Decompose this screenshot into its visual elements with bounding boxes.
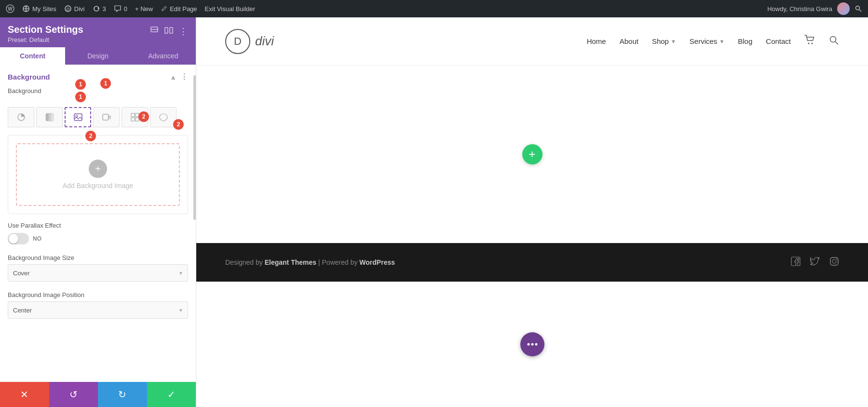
tab-content[interactable]: Content	[0, 47, 65, 65]
divi-icon: D	[64, 5, 72, 13]
bg-type-image-btn[interactable]	[65, 107, 91, 127]
footer-facebook-icon[interactable]	[791, 257, 800, 269]
sync-icon	[93, 5, 100, 13]
svg-rect-18	[131, 113, 135, 117]
svg-rect-10	[165, 27, 168, 33]
nav-item-services[interactable]: Services ▼	[690, 37, 724, 45]
sidebar-preset[interactable]: Preset: Default	[8, 36, 83, 43]
bg-type-gradient-btn[interactable]	[36, 107, 63, 127]
footer-instagram-icon[interactable]	[829, 257, 839, 269]
background-section-icons: ▲ ⋮	[170, 72, 188, 81]
shop-chevron: ▼	[671, 39, 676, 44]
preview-main-section: +	[196, 66, 868, 243]
nav-search-btn[interactable]	[828, 35, 839, 48]
user-avatar	[837, 2, 850, 15]
background-section-label: Background ▲ ⋮	[8, 72, 188, 81]
preview-logo: D divi	[225, 29, 274, 54]
bg-position-select-wrapper: Center	[8, 301, 188, 319]
svg-rect-14	[74, 114, 82, 121]
divi-btn[interactable]: D Divi	[64, 5, 85, 13]
bg-type-mask-btn[interactable]	[150, 107, 176, 127]
section-more-icon[interactable]: ⋮	[180, 72, 188, 81]
sidebar: Section Settings Preset: Default	[0, 17, 196, 407]
svg-point-27	[832, 259, 836, 263]
preview-nav-items: Home About Shop ▼ Services ▼ Blog Contac…	[587, 35, 839, 48]
svg-line-25	[835, 41, 838, 44]
sidebar-more-btn[interactable]: ⋮	[179, 26, 188, 37]
sidebar-minimize-btn[interactable]	[150, 26, 159, 37]
wp-search-btn[interactable]	[854, 5, 862, 13]
svg-point-29	[527, 343, 529, 346]
svg-point-23	[812, 43, 813, 44]
preview-body: + Designed by Elegant Themes | Powered b…	[196, 66, 868, 407]
footer-twitter-icon[interactable]	[810, 257, 820, 269]
redo-btn[interactable]: ↻	[98, 382, 147, 407]
parallax-toggle-track[interactable]	[8, 233, 29, 244]
tab-design[interactable]: Design	[65, 47, 130, 65]
svg-rect-11	[170, 27, 173, 33]
sites-icon	[22, 5, 30, 13]
my-sites-btn[interactable]: My Sites	[22, 5, 56, 13]
edit-page-btn[interactable]: Edit Page	[161, 5, 197, 13]
bg-type-video-btn[interactable]	[93, 107, 120, 127]
preview-area: D divi Home About Shop ▼ Services ▼ Blog…	[196, 17, 868, 407]
svg-point-30	[531, 343, 533, 346]
footer-icons	[791, 257, 839, 269]
wp-bar-right: Howdy, Christina Gwira	[767, 2, 862, 15]
nav-item-contact[interactable]: Contact	[766, 37, 791, 45]
edit-icon	[161, 5, 167, 12]
tab-advanced[interactable]: Advanced	[131, 47, 196, 65]
floating-action-btn[interactable]	[520, 332, 544, 356]
background-section-left: Background	[8, 73, 50, 81]
preview-lower-section	[196, 282, 868, 407]
nav-item-shop[interactable]: Shop ▼	[652, 37, 676, 45]
background-field-label: Background	[8, 87, 188, 95]
comments-icon	[114, 5, 122, 13]
sidebar-columns-btn[interactable]	[164, 26, 173, 37]
svg-rect-13	[46, 113, 54, 121]
wp-logo-btn[interactable]: W	[6, 4, 14, 13]
add-section-btn[interactable]: +	[522, 144, 542, 164]
bg-size-row: Background Image Size Cover	[8, 254, 188, 282]
wp-admin-bar: W My Sites D Divi 3	[0, 0, 868, 17]
parallax-row: Use Parallax Effect NO	[8, 222, 188, 244]
bg-position-select[interactable]: Center	[8, 301, 188, 319]
logo-text: divi	[255, 34, 274, 49]
bg-type-color-btn[interactable]	[8, 107, 34, 127]
footer-text: Designed by Elegant Themes | Powered by …	[225, 258, 791, 266]
parallax-label: Use Parallax Effect	[8, 222, 188, 229]
svg-point-24	[830, 37, 836, 42]
sync-btn[interactable]: 3	[93, 5, 106, 13]
preview-footer: Designed by Elegant Themes | Powered by …	[196, 243, 868, 282]
wp-icon: W	[6, 4, 14, 13]
new-btn[interactable]: + New	[135, 5, 153, 13]
exit-builder-btn[interactable]: Exit Visual Builder	[205, 5, 256, 13]
user-greeting: Howdy, Christina Gwira	[767, 5, 832, 13]
nav-item-about[interactable]: About	[620, 37, 638, 45]
save-btn[interactable]: ✓	[147, 382, 196, 407]
svg-point-31	[535, 343, 537, 346]
bg-size-select-wrapper: Cover	[8, 264, 188, 282]
add-bg-image-btn[interactable]: +	[89, 160, 107, 178]
svg-line-7	[859, 10, 861, 12]
search-icon	[854, 5, 862, 13]
collapse-icon[interactable]: ▲	[170, 73, 176, 81]
sidebar-content: Background ▲ ⋮ Background 1	[0, 65, 196, 382]
cancel-btn[interactable]: ✕	[0, 382, 49, 407]
add-bg-image-box[interactable]: + Add Background Image	[16, 143, 180, 206]
badge-2: 2	[173, 119, 184, 130]
undo-btn[interactable]: ↺	[49, 382, 98, 407]
sidebar-title: Section Settings	[8, 24, 83, 35]
svg-point-6	[856, 6, 860, 10]
nav-item-home[interactable]: Home	[587, 37, 606, 45]
svg-point-28	[836, 258, 837, 259]
nav-cart-btn[interactable]	[804, 35, 815, 48]
nav-item-blog[interactable]: Blog	[738, 37, 752, 45]
bg-position-row: Background Image Position Center	[8, 291, 188, 319]
comments-btn[interactable]: 0	[114, 5, 127, 13]
bg-size-select[interactable]: Cover	[8, 264, 188, 282]
sidebar-header-row: Section Settings Preset: Default	[8, 24, 188, 43]
svg-text:W: W	[8, 6, 13, 12]
bg-type-row: 1	[8, 107, 188, 127]
more-icon	[527, 343, 538, 346]
